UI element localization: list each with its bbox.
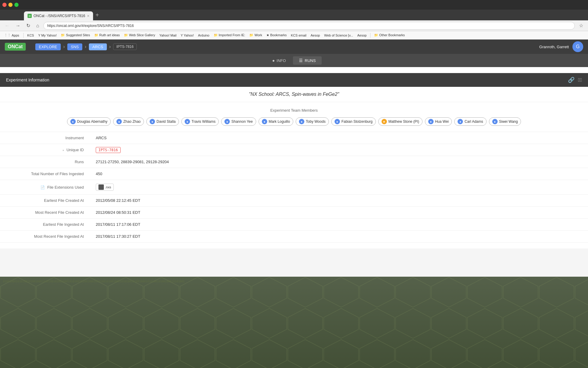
url-text: https://oncat.ornl.gov/#/explore/SNS/ARC… — [47, 24, 134, 28]
member-icon-5: ● — [262, 119, 267, 124]
bm-aesop2[interactable]: Aesop — [356, 33, 368, 38]
close-window-btn[interactable] — [2, 3, 7, 7]
table-row: Total Number of Files Ingested 450 — [0, 168, 588, 180]
browser-tab[interactable]: O ONCat - /SNS/ARCS/IPTS-7816 × — [24, 11, 93, 20]
breadcrumb: EXPLORE › SNS › ARCS › IPTS-7816 — [35, 43, 137, 50]
bookmark-btn[interactable]: ☆ — [577, 22, 585, 29]
member-chip-2[interactable]: ● David Stalla — [146, 117, 179, 126]
home-btn[interactable]: ⌂ — [34, 22, 41, 29]
bm-separator — [23, 33, 24, 38]
experiment-name: "NX School: ARCS, Spin-waves in FeGe2" — [0, 87, 588, 102]
member-chip-4[interactable]: ● Shannon Yee — [221, 117, 256, 126]
user-avatar[interactable]: G — [572, 41, 583, 52]
member-name-0: Douglas Abernathy — [77, 119, 107, 124]
bm-yahoo[interactable]: Y Yahoo! — [180, 33, 195, 38]
member-icon-10: ● — [458, 119, 463, 124]
member-name-9: Hua Wei — [435, 119, 449, 124]
header-right: Granroth, Garrett G — [539, 41, 583, 52]
member-icon-4: ● — [224, 119, 230, 124]
nxs-badge: .nxs — [96, 184, 114, 191]
member-icon-0: ● — [70, 119, 76, 124]
maximize-window-btn[interactable] — [14, 3, 19, 7]
breadcrumb-explore[interactable]: EXPLORE — [35, 43, 61, 50]
tab-info[interactable]: ● INFO — [266, 56, 292, 65]
forward-btn[interactable]: → — [14, 22, 22, 29]
address-bar: ← → ↻ ⌂ https://oncat.ornl.gov/#/explore… — [0, 20, 588, 31]
title-bar — [0, 0, 588, 10]
member-chip-1[interactable]: ● Zhao Zhao — [113, 117, 144, 126]
ipts-badge: IPTS-7816 — [96, 147, 121, 153]
field-value-earliest-ingested: 2017/08/11 17:17:06 EDT — [90, 219, 588, 231]
bm-separator-2 — [370, 33, 370, 38]
apps-btn[interactable]: ⋮⋮ Apps — [2, 33, 21, 38]
bm-arduino[interactable]: Arduino — [197, 33, 211, 38]
tab-bar: O ONCat - /SNS/ARCS/IPTS-7816 × + — [0, 10, 588, 20]
bm-aesop[interactable]: Aesop — [309, 33, 321, 38]
member-chip-3[interactable]: ● Travis Williams — [181, 117, 219, 126]
field-value-files: 450 — [90, 168, 588, 180]
bm-webofscience[interactable]: Web of Science [v... — [323, 33, 354, 38]
member-chip-5[interactable]: ● Mark Loguillo — [259, 117, 293, 126]
bm-yahoomail[interactable]: Yahoo! Mail — [158, 33, 177, 38]
member-chip-9[interactable]: ● Hua Wei — [425, 117, 452, 126]
field-value-ext: .nxs — [90, 180, 588, 195]
tab-close-btn[interactable]: × — [87, 13, 89, 18]
refresh-btn[interactable]: ↻ — [25, 22, 32, 29]
app-header: ONCat EXPLORE › SNS › ARCS › IPTS-7816 G… — [0, 40, 588, 54]
card-body: "NX School: ARCS, Spin-waves in FeGe2" E… — [0, 87, 588, 243]
member-name-3: Travis Williams — [192, 119, 215, 124]
bm-myyahoo[interactable]: Y My Yahoo! — [37, 33, 58, 38]
content-card: Experiment Information 🔗 👁̸ "NX School: … — [0, 67, 588, 249]
link-btn[interactable]: 🔗 — [568, 77, 575, 83]
member-icon-1: ● — [116, 119, 122, 124]
bm-imported[interactable]: 📁 Imported From IE: — [212, 33, 247, 38]
bm-work[interactable]: 📁 Work — [248, 33, 263, 38]
bm-other[interactable]: 📁 Other Bookmarks — [373, 33, 406, 38]
bm-kcsemail[interactable]: KCS email — [290, 33, 308, 38]
oncat-logo[interactable]: ONCat — [5, 43, 26, 51]
member-icon-9: ● — [428, 119, 434, 124]
table-row: Earliest File Ingested At 2017/08/11 17:… — [0, 219, 588, 231]
member-chip-7[interactable]: ● Fabian Stolzenburg — [331, 117, 376, 126]
tab-favicon: O — [28, 14, 32, 18]
minimize-window-btn[interactable] — [8, 3, 13, 7]
breadcrumb-sns[interactable]: SNS — [67, 43, 83, 50]
table-row: Earliest File Created At 2012/05/08 22:1… — [0, 195, 588, 207]
tab-runs[interactable]: ☰ RUNS — [293, 56, 322, 65]
team-members-section: Experiment Team Members ● Douglas Aberna… — [0, 102, 588, 132]
breadcrumb-arrow-1: › — [63, 44, 65, 49]
field-label-ext: 📄 File Extensions Used — [0, 180, 90, 195]
member-chip-8[interactable]: ★ Matthew Stone (PI) — [378, 117, 423, 126]
member-chip-0[interactable]: ● Douglas Abernathy — [67, 117, 111, 126]
table-row: Instrument ARCS — [0, 132, 588, 144]
runs-icon: ☰ — [299, 58, 303, 63]
bookmarks-bar: ⋮⋮ Apps KCS Y My Yahoo! 📁 Suggested Site… — [0, 31, 588, 40]
bm-bookmarks[interactable]: ★ Bookmarks — [265, 33, 288, 38]
tab-title: ONCat - /SNS/ARCS/IPTS-7816 — [34, 14, 85, 18]
bm-kcs[interactable]: KCS — [26, 33, 35, 38]
back-btn[interactable]: ← — [3, 22, 11, 29]
breadcrumb-arrow-3: › — [109, 44, 111, 49]
field-label-recent-ingested: Most Recent File Ingested At — [0, 231, 90, 243]
lower-background: 0100100010101001010010001010100101001000… — [0, 277, 588, 368]
field-value-recent-created: 2012/08/24 08:50:31 EDT — [90, 207, 588, 219]
tab-info-label: INFO — [276, 58, 286, 63]
field-label-files: Total Number of Files Ingested — [0, 168, 90, 180]
member-name-1: Zhao Zhao — [123, 119, 141, 124]
visibility-btn[interactable]: 👁̸ — [578, 77, 582, 83]
url-box[interactable]: https://oncat.ornl.gov/#/explore/SNS/ARC… — [43, 22, 575, 30]
member-chip-10[interactable]: ● Carl Adams — [454, 117, 486, 126]
member-name-10: Carl Adams — [464, 119, 483, 124]
panel-actions: 🔗 👁̸ — [568, 77, 582, 83]
field-label-recent-created: Most Recent File Created At — [0, 207, 90, 219]
user-name: Granroth, Garrett — [539, 45, 569, 49]
bm-webslice[interactable]: 📁 Web Slice Gallery — [123, 33, 156, 38]
member-name-6: Toby Woods — [306, 119, 326, 124]
new-tab-btn[interactable]: + — [93, 12, 101, 19]
member-chip-6[interactable]: ● Toby Woods — [296, 117, 329, 126]
member-chip-11[interactable]: ● Siwei Wang — [489, 117, 521, 126]
bm-ruth[interactable]: 📁 Ruth art ideas — [93, 33, 121, 38]
breadcrumb-arcs[interactable]: ARCS — [89, 43, 107, 50]
bm-suggested[interactable]: 📁 Suggested Sites — [60, 33, 91, 38]
member-name-4: Shannon Yee — [231, 119, 253, 124]
